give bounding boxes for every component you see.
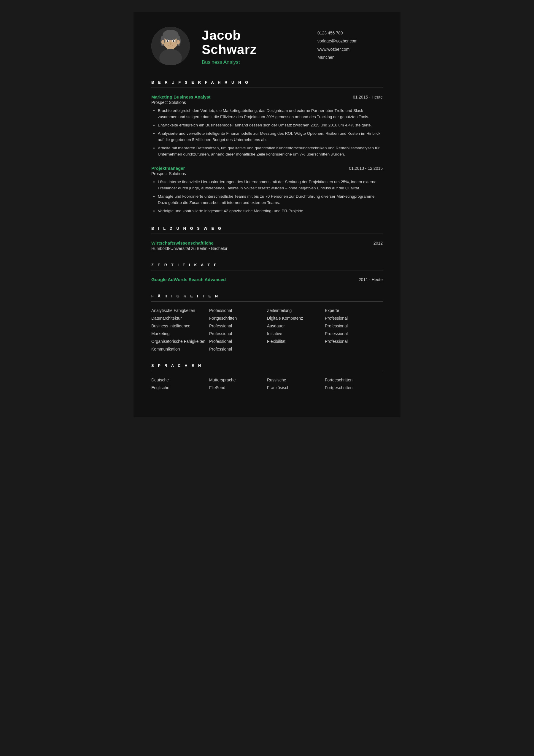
skill-left-level: Fortgeschritten [209, 316, 267, 321]
exp-company: Prospect Solutions [151, 171, 383, 176]
exp-header: Marketing Business Analyst 01.2015 - Heu… [151, 94, 383, 99]
section-languages-title: S P R A C H E N [151, 363, 383, 368]
section-cert-title: Z E R T I F I K A T E [151, 263, 383, 267]
bullet-item: Analysierte und verwaltete intelligente … [158, 131, 383, 143]
resume-document: Jacob Schwarz Business Analyst 0123 456 … [134, 12, 400, 417]
skill-left-level: Professional [209, 339, 267, 344]
skill-right-level: Professional [325, 331, 383, 336]
exp-role: Projektmanager [151, 166, 185, 171]
lang-left-level: Muttersprache [209, 378, 267, 382]
city: München [318, 54, 383, 61]
skill-left-level: Professional [209, 308, 267, 313]
website: www.wozber.com [318, 46, 383, 53]
section-education: B I L D U N G S W E G Wirtschaftswissens… [151, 226, 383, 251]
divider-cert [151, 270, 383, 270]
skill-right-level: Experte [325, 308, 383, 313]
svg-point-10 [173, 40, 174, 42]
resume-header: Jacob Schwarz Business Analyst 0123 456 … [151, 27, 383, 65]
education-list: Wirtschaftswissenschaftliche 2012 Humbol… [151, 240, 383, 251]
skill-left-name: Business Intelligence [151, 324, 209, 328]
skill-left-name: Analytische Fähigkeiten [151, 308, 209, 313]
section-experience-title: B E R U F S E R F A H R U N G [151, 80, 383, 85]
cert-entry: Google AdWords Search Advanced 2011 - He… [151, 277, 383, 282]
svg-point-4 [163, 30, 179, 40]
full-name: Jacob Schwarz [202, 28, 318, 57]
edu-year: 2012 [373, 241, 383, 246]
section-skills-title: F Ä H I G K E I T E N [151, 294, 383, 298]
svg-point-13 [177, 40, 180, 44]
bullet-item: Managte und koordinierte unterschiedlich… [158, 194, 383, 206]
lang-left-level: Fließend [209, 385, 267, 390]
skill-right-level: Professional [325, 316, 383, 321]
skill-right-name: Flexibilität [267, 339, 325, 344]
exp-header: Projektmanager 01.2013 - 12.2015 [151, 166, 383, 171]
skill-left-level: Professional [209, 331, 267, 336]
languages-grid: Deutsche Muttersprache Russische Fortges… [151, 378, 383, 390]
skill-right-name: Digitale Kompetenz [267, 316, 325, 321]
bullet-item: Verfolgte und kontrollierte insgesamt 42… [158, 208, 383, 214]
bullet-item: Entwickelte erfolgreich ein Businessmode… [158, 122, 383, 128]
section-skills: F Ä H I G K E I T E N Analytische Fähigk… [151, 294, 383, 351]
section-experience: B E R U F S E R F A H R U N G Marketing … [151, 80, 383, 214]
exp-role: Marketing Business Analyst [151, 94, 211, 99]
job-title: Business Analyst [202, 59, 318, 65]
divider-skills [151, 301, 383, 302]
skill-left-level: Professional [209, 324, 267, 328]
bullet-item: Löste interne finanzielle Herausforderun… [158, 179, 383, 191]
edu-school: Humboldt-Universität zu Berlin - Bachelo… [151, 246, 383, 251]
section-certificates: Z E R T I F I K A T E Google AdWords Sea… [151, 263, 383, 282]
section-education-title: B I L D U N G S W E G [151, 226, 383, 230]
avatar [151, 27, 190, 65]
phone: 0123 456 789 [318, 30, 383, 36]
skill-right-name: Zeiteinteilung [267, 308, 325, 313]
svg-point-11 [170, 42, 171, 45]
experience-entry: Marketing Business Analyst 01.2015 - Heu… [151, 94, 383, 157]
lang-left-name: Deutsche [151, 378, 209, 382]
lang-right-level: Fortgeschritten [325, 385, 383, 390]
skill-left-name: Marketing [151, 331, 209, 336]
skill-right-name [267, 347, 325, 351]
exp-date: 01.2013 - 12.2015 [349, 166, 383, 171]
email: vorlage@wozber.com [318, 38, 383, 44]
cert-list: Google AdWords Search Advanced 2011 - He… [151, 277, 383, 282]
cert-date: 2011 - Heute [359, 277, 383, 282]
skill-left-name: Datenarchitektur [151, 316, 209, 321]
experience-list: Marketing Business Analyst 01.2015 - Heu… [151, 94, 383, 214]
exp-company: Prospect Solutions [151, 100, 383, 105]
svg-point-12 [162, 40, 165, 44]
bullet-item: Brachte erfolgreich den Vertrieb, die Ma… [158, 108, 383, 120]
edu-degree: Wirtschaftswissenschaftliche [151, 240, 214, 246]
name-block: Jacob Schwarz Business Analyst [202, 27, 318, 65]
skill-right-level: Professional [325, 339, 383, 344]
skill-left-level: Professional [209, 347, 267, 351]
section-languages: S P R A C H E N Deutsche Muttersprache R… [151, 363, 383, 390]
exp-bullets: Brachte erfolgreich den Vertrieb, die Ma… [151, 108, 383, 157]
skill-right-name: Ausdauer [267, 324, 325, 328]
cert-name: Google AdWords Search Advanced [151, 277, 226, 282]
lang-right-level: Fortgeschritten [325, 378, 383, 382]
lang-right-name: Russische [267, 378, 325, 382]
exp-date: 01.2015 - Heute [353, 95, 383, 99]
edu-header: Wirtschaftswissenschaftliche 2012 [151, 240, 383, 246]
exp-bullets: Löste interne finanzielle Herausforderun… [151, 179, 383, 214]
skills-grid: Analytische Fähigkeiten Professional Zei… [151, 308, 383, 351]
contact-block: 0123 456 789 vorlage@wozber.com www.wozb… [318, 27, 383, 62]
experience-entry: Projektmanager 01.2013 - 12.2015 Prospec… [151, 166, 383, 214]
bullet-item: Arbeite mit mehreren Datensätzen, um qua… [158, 145, 383, 158]
skill-right-name: Initiative [267, 331, 325, 336]
skill-right-level: Professional [325, 324, 383, 328]
education-entry: Wirtschaftswissenschaftliche 2012 Humbol… [151, 240, 383, 251]
skill-left-name: Organisatorische Fähigkeiten [151, 339, 209, 344]
divider-languages [151, 371, 383, 371]
divider-education [151, 233, 383, 234]
lang-right-name: Französisch [267, 385, 325, 390]
skill-right-level [325, 347, 383, 351]
svg-point-9 [167, 40, 168, 42]
skill-left-name: Kommunikation [151, 347, 209, 351]
lang-left-name: Englische [151, 385, 209, 390]
divider-experience [151, 88, 383, 88]
